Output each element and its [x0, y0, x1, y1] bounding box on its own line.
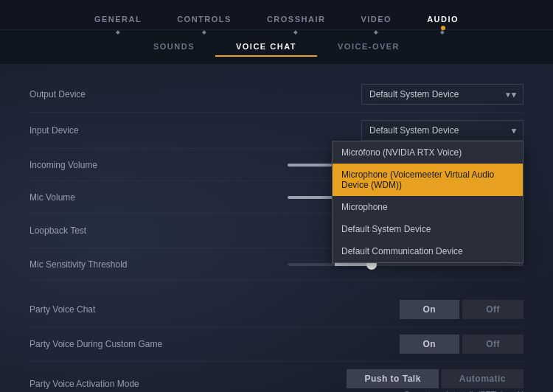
party-voice-chat-label: Party Voice Chat	[29, 304, 236, 315]
incoming-volume-label: Incoming Volume	[29, 160, 236, 170]
output-device-row: Output Device Default System Device ▼	[29, 77, 524, 113]
nav-video[interactable]: VIDEO	[343, 9, 409, 29]
party-voice-activation-ptt-button[interactable]: Push to Talk	[347, 369, 438, 388]
party-voice-activation-col: Push to Talk Automatic Current push-to-t…	[347, 369, 524, 392]
input-device-dropdown-wrapper[interactable]: Default System Device ▼ Micrófono (NVIDI…	[361, 120, 524, 141]
party-voice-custom-toggle-group: On Off	[400, 335, 524, 354]
mic-sensitivity-control	[236, 263, 524, 266]
party-voice-custom-row: Party Voice During Custom Game On Off	[29, 327, 524, 362]
dropdown-option-default[interactable]: Default System Device	[333, 218, 523, 240]
input-device-dropdown-popup: Micrófono (NVIDIA RTX Voice) Microphone …	[332, 141, 524, 263]
mic-volume-label: Mic Volume	[29, 192, 236, 203]
party-voice-chat-row: Party Voice Chat On Off	[29, 293, 524, 327]
party-voice-custom-control: On Off	[236, 335, 524, 354]
output-device-label: Output Device	[29, 89, 236, 99]
party-voice-chat-on-button[interactable]: On	[400, 300, 460, 319]
subnav-sounds[interactable]: SOUNDS	[133, 38, 215, 57]
input-device-chevron-icon: ▼	[510, 127, 518, 135]
party-voice-chat-control: On Off	[236, 300, 524, 319]
party-voice-activation-toggle-group: Push to Talk Automatic	[347, 369, 524, 388]
party-voice-custom-off-button[interactable]: Off	[462, 335, 524, 354]
party-voice-chat-off-button[interactable]: Off	[462, 300, 524, 319]
input-device-value[interactable]: Default System Device	[361, 120, 524, 141]
dropdown-option-mic[interactable]: Microphone	[333, 196, 523, 218]
mic-sensitivity-slider-container	[288, 263, 524, 266]
party-voice-custom-on-button[interactable]: On	[400, 335, 460, 354]
party-voice-activation-auto-button[interactable]: Automatic	[442, 369, 524, 388]
dropdown-option-voicemeeter[interactable]: Microphone (Voicemeeter Virtual Audio De…	[333, 164, 523, 196]
input-device-control: Default System Device ▼ Micrófono (NVIDI…	[236, 120, 524, 141]
output-device-chevron-icon: ▼	[510, 91, 518, 99]
loopback-test-label: Loopback Test	[29, 225, 236, 236]
subnav-voicechat[interactable]: VOICE CHAT	[215, 38, 317, 57]
input-device-row: Input Device Default System Device ▼ Mic…	[29, 113, 524, 149]
nav-audio[interactable]: AUDIO	[409, 9, 476, 29]
top-nav: GENERAL CONTROLS CROSSHAIR VIDEO AUDIO	[0, 0, 553, 30]
party-voice-activation-row: Party Voice Activation Mode Push to Talk…	[29, 362, 524, 392]
mic-sensitivity-slider[interactable]	[288, 263, 524, 266]
mic-sensitivity-label: Mic Sensitivity Threshold	[29, 259, 236, 270]
app-container: GENERAL CONTROLS CROSSHAIR VIDEO AUDIO S…	[0, 0, 553, 392]
party-voice-chat-toggle-group: On Off	[400, 300, 524, 319]
output-device-control: Default System Device ▼	[236, 84, 524, 105]
sub-nav: SOUNDS VOICE CHAT VOICE-OVER	[0, 30, 553, 65]
main-content: Output Device Default System Device ▼ In…	[0, 65, 553, 392]
nav-crosshair[interactable]: CROSSHAIR	[249, 9, 344, 29]
subnav-voiceover[interactable]: VOICE-OVER	[317, 38, 420, 57]
output-device-value[interactable]: Default System Device	[361, 84, 524, 105]
section-divider-1	[29, 281, 524, 293]
output-device-dropdown-wrapper[interactable]: Default System Device ▼	[361, 84, 524, 105]
party-voice-activation-label: Party Voice Activation Mode	[29, 379, 236, 389]
dropdown-option-rtx[interactable]: Micrófono (NVIDIA RTX Voice)	[333, 141, 523, 164]
nav-general[interactable]: GENERAL	[77, 9, 159, 29]
nav-controls[interactable]: CONTROLS	[159, 9, 249, 29]
party-voice-custom-label: Party Voice During Custom Game	[29, 339, 236, 349]
input-device-label: Input Device	[29, 125, 236, 136]
dropdown-option-communication[interactable]: Default Communication Device	[333, 240, 523, 262]
party-voice-activation-control: Push to Talk Automatic Current push-to-t…	[236, 369, 524, 392]
